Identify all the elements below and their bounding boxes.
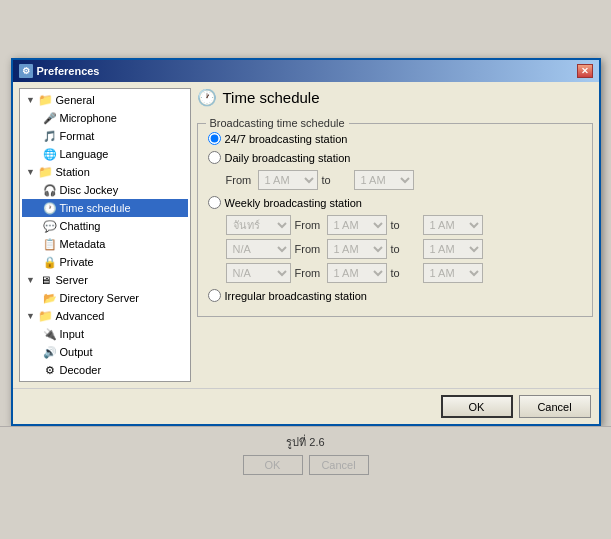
tree-label-disc-jockey: Disc Jockey [60, 184, 119, 196]
radio-irregular[interactable] [208, 289, 221, 302]
tree-label-decoder: Decoder [60, 364, 102, 376]
ok-button[interactable]: OK [441, 395, 513, 418]
content-panel: 🕐 Time schedule Broadcasting time schedu… [197, 88, 593, 382]
radio-weekly[interactable] [208, 196, 221, 209]
bottom-caption: รูปที่ 2.6 [0, 433, 611, 451]
radio-row-daily: Daily broadcasting station [208, 151, 582, 164]
folder-icon: 📁 [38, 92, 54, 108]
weekly-day-2[interactable]: N/A [226, 239, 291, 259]
dialog-footer: OK Cancel [13, 388, 599, 424]
label-daily[interactable]: Daily broadcasting station [225, 152, 351, 164]
label-247[interactable]: 24/7 broadcasting station [225, 133, 348, 145]
bottom-cancel-button: Cancel [309, 455, 369, 475]
tree-item-disc-jockey[interactable]: 🎧 Disc Jockey [22, 181, 188, 199]
weekly-to-3[interactable]: 1 AM [423, 263, 483, 283]
private-icon: 🔒 [42, 254, 58, 270]
tree-item-private[interactable]: 🔒 Private [22, 253, 188, 271]
decoder-icon: ⚙ [42, 362, 58, 378]
weekly-row-1: จันทร์ From 1 AM to 1 AM [226, 215, 582, 235]
tree-item-chatting[interactable]: 💬 Chatting [22, 217, 188, 235]
tree-label-language: Language [60, 148, 109, 160]
weekly-to-2[interactable]: 1 AM [423, 239, 483, 259]
output-icon: 🔊 [42, 344, 58, 360]
tree-item-input[interactable]: 🔌 Input [22, 325, 188, 343]
chat-icon: 💬 [42, 218, 58, 234]
label-weekly[interactable]: Weekly broadcasting station [225, 197, 362, 209]
broadcasting-group: Broadcasting time schedule 24/7 broadcas… [197, 123, 593, 317]
clock-icon: 🕐 [42, 200, 58, 216]
tree-label-output: Output [60, 346, 93, 358]
weekly-to-1[interactable]: 1 AM [423, 215, 483, 235]
tree-item-general[interactable]: ▼ 📁 General [22, 91, 188, 109]
tree-label-microphone: Microphone [60, 112, 117, 124]
tree-label-station: Station [56, 166, 90, 178]
radio-daily[interactable] [208, 151, 221, 164]
radio-row-247: 24/7 broadcasting station [208, 132, 582, 145]
weekly-row-3: N/A From 1 AM to 1 AM [226, 263, 582, 283]
radio-row-weekly: Weekly broadcasting station [208, 196, 582, 209]
tree-label-private: Private [60, 256, 94, 268]
daily-to-select[interactable]: 1 AM [354, 170, 414, 190]
label-irregular[interactable]: Irregular broadcasting station [225, 290, 367, 302]
weekly-day-3[interactable]: N/A [226, 263, 291, 283]
tree-item-format[interactable]: 🎵 Format [22, 127, 188, 145]
weekly-from-label-2: From [295, 243, 323, 255]
bottom-bar: รูปที่ 2.6 OK Cancel [0, 426, 611, 481]
dir-icon: 📂 [42, 290, 58, 306]
weekly-row-2: N/A From 1 AM to 1 AM [226, 239, 582, 259]
tree-label-chatting: Chatting [60, 220, 101, 232]
cancel-button[interactable]: Cancel [519, 395, 591, 418]
station-folder-icon: 📁 [38, 164, 54, 180]
radio-row-irregular: Irregular broadcasting station [208, 289, 582, 302]
advanced-folder-icon: 📁 [38, 308, 54, 324]
weekly-from-2[interactable]: 1 AM [327, 239, 387, 259]
weekly-to-label-3: to [391, 267, 419, 279]
weekly-from-label-3: From [295, 267, 323, 279]
tree-item-language[interactable]: 🌐 Language [22, 145, 188, 163]
bottom-buttons: OK Cancel [0, 455, 611, 475]
tree-item-station[interactable]: ▼ 📁 Station [22, 163, 188, 181]
group-legend: Broadcasting time schedule [206, 117, 349, 129]
tree-item-server[interactable]: ▼ 🖥 Server [22, 271, 188, 289]
tree-item-microphone[interactable]: 🎤 Microphone [22, 109, 188, 127]
expand-general[interactable]: ▼ [24, 93, 38, 107]
expand-server[interactable]: ▼ [24, 273, 38, 287]
close-button[interactable]: ✕ [577, 64, 593, 78]
weekly-from-3[interactable]: 1 AM [327, 263, 387, 283]
tree-label-general: General [56, 94, 95, 106]
dialog-icon: ⚙ [19, 64, 33, 78]
tree-label-metadata: Metadata [60, 238, 106, 250]
tree-panel: ▼ 📁 General 🎤 Microphone 🎵 Format 🌐 Lang… [19, 88, 191, 382]
expand-advanced[interactable]: ▼ [24, 309, 38, 323]
weekly-to-label-1: to [391, 219, 419, 231]
expand-station[interactable]: ▼ [24, 165, 38, 179]
tree-item-output[interactable]: 🔊 Output [22, 343, 188, 361]
daily-from-label: From [226, 174, 254, 186]
tree-label-format: Format [60, 130, 95, 142]
meta-icon: 📋 [42, 236, 58, 252]
weekly-to-label-2: to [391, 243, 419, 255]
tree-item-advanced[interactable]: ▼ 📁 Advanced [22, 307, 188, 325]
tree-item-directory-server[interactable]: 📂 Directory Server [22, 289, 188, 307]
weekly-from-label-1: From [295, 219, 323, 231]
daily-from-select[interactable]: 1 AM [258, 170, 318, 190]
content-title-icon: 🕐 [197, 88, 217, 107]
tree-label-server: Server [56, 274, 88, 286]
tree-item-decoder[interactable]: ⚙ Decoder [22, 361, 188, 379]
tree-item-metadata[interactable]: 📋 Metadata [22, 235, 188, 253]
daily-to-label: to [322, 174, 350, 186]
title-bar: ⚙ Preferences ✕ [13, 60, 599, 82]
tree-label-input: Input [60, 328, 84, 340]
weekly-from-1[interactable]: 1 AM [327, 215, 387, 235]
language-icon: 🌐 [42, 146, 58, 162]
content-title-text: Time schedule [223, 89, 320, 106]
music-icon: 🎵 [42, 128, 58, 144]
weekly-day-1[interactable]: จันทร์ [226, 215, 291, 235]
preferences-dialog: ⚙ Preferences ✕ ▼ 📁 General 🎤 Microphone… [11, 58, 601, 426]
dialog-body: ▼ 📁 General 🎤 Microphone 🎵 Format 🌐 Lang… [13, 82, 599, 388]
radio-247[interactable] [208, 132, 221, 145]
tree-item-time-schedule[interactable]: 🕐 Time schedule [22, 199, 188, 217]
content-header: 🕐 Time schedule [197, 88, 593, 111]
tree-label-advanced: Advanced [56, 310, 105, 322]
server-icon: 🖥 [38, 272, 54, 288]
